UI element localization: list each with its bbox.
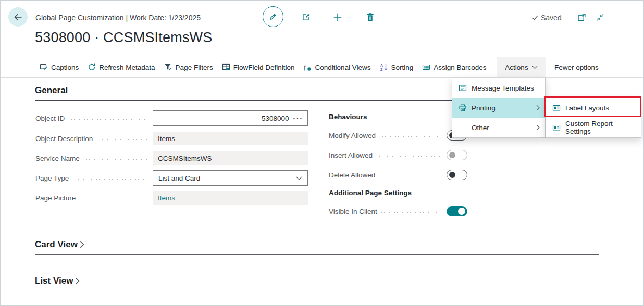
delete-allowed-label: Delete Allowed [329, 171, 375, 179]
toolbar-divider [493, 62, 493, 73]
sort-icon: AZ [380, 63, 388, 71]
object-description-label: Object Description [35, 135, 93, 143]
toggle-knob [449, 152, 455, 158]
svg-text:A: A [380, 63, 383, 67]
barcode-icon [422, 63, 430, 71]
collapse-icon [596, 13, 605, 22]
chevron-right-icon [80, 241, 84, 248]
saved-label: Saved [541, 14, 562, 22]
toolbar-flowfield-definition-button[interactable]: FlowField Definition [222, 63, 295, 71]
share-button[interactable] [301, 12, 311, 22]
dotted-leader [73, 179, 147, 180]
status-badge: Saved [531, 14, 562, 22]
dotted-leader [379, 176, 441, 176]
toolbar-assign-barcodes-button[interactable]: Assign Barcodes [422, 63, 486, 71]
field-object-id: Object ID 5308000 ··· [35, 110, 308, 126]
field-insert-allowed: Insert Allowed [329, 149, 467, 161]
menu-item-message-templates[interactable]: Message Templates [452, 78, 545, 98]
report-icon [552, 104, 561, 112]
new-button[interactable] [333, 12, 342, 22]
fewer-options-button[interactable]: Fewer options [554, 57, 599, 77]
toggle-knob [458, 208, 465, 215]
back-button[interactable] [8, 7, 28, 27]
section-list-view-header[interactable]: List View [35, 276, 80, 286]
breadcrumb: Global Page Customization | Work Date: 1… [35, 14, 201, 22]
checkmark-icon [531, 14, 539, 21]
toolbar-sorting-button[interactable]: AZ Sorting [380, 63, 414, 71]
dotted-leader [377, 156, 441, 157]
section-card-view-header[interactable]: Card View [35, 239, 84, 250]
menu-item-label-layouts[interactable]: Label Layouts [546, 98, 641, 118]
actions-menu-button[interactable]: Actions [497, 57, 546, 77]
chevron-right-icon [75, 277, 80, 285]
menu-item-printing[interactable]: Printing [452, 98, 545, 118]
report-icon [552, 123, 561, 132]
menu-item-custom-report-settings[interactable]: Custom Report Settings [546, 118, 641, 137]
toggle-knob [449, 172, 455, 178]
open-window-icon [577, 13, 587, 22]
service-name-value: CCSMSItemsWS [153, 151, 308, 165]
field-service-name: Service Name CCSMSItemsWS [35, 150, 308, 166]
printer-icon [459, 104, 467, 112]
dotted-leader [84, 159, 147, 160]
field-delete-allowed: Delete Allowed [329, 169, 467, 181]
object-id-input[interactable]: 5308000 ··· [153, 110, 308, 126]
section-list-view-rule [35, 291, 599, 291]
chevron-down-icon [532, 66, 538, 69]
flowfield-icon [222, 63, 230, 71]
field-page-type: Page Type List and Card [35, 170, 308, 186]
collapse-button[interactable] [596, 13, 605, 22]
toolbar-page-filters-button[interactable]: Page Filters [164, 63, 213, 71]
visible-in-client-label: Visible In Client [329, 208, 377, 215]
app-window: Global Page Customization | Work Date: 1… [0, 0, 644, 306]
behaviours-heading: Behaviours [329, 113, 367, 121]
edit-button[interactable] [263, 6, 283, 27]
trash-icon [366, 12, 375, 22]
insert-allowed-toggle [447, 150, 467, 160]
message-templates-icon [459, 84, 467, 92]
additional-page-settings-heading: Additional Page Settings [329, 189, 412, 197]
dotted-leader [97, 139, 147, 140]
plus-icon [333, 12, 342, 22]
field-visible-in-client: Visible In Client [329, 206, 467, 217]
field-object-description: Object Description Items [35, 131, 308, 146]
service-name-label: Service Name [35, 155, 80, 162]
action-bar: Captions Refresh Metadata Page Filters F… [1, 57, 644, 78]
dotted-leader [381, 212, 441, 213]
insert-allowed-label: Insert Allowed [329, 151, 373, 159]
chevron-right-icon [536, 105, 540, 111]
visible-in-client-toggle[interactable] [447, 206, 467, 216]
svg-text:Z: Z [380, 68, 383, 71]
field-modify-allowed: Modify Allowed [329, 130, 467, 141]
object-description-value: Items [153, 132, 308, 145]
object-id-label: Object ID [35, 114, 65, 122]
svg-text:f: f [304, 63, 306, 71]
assist-edit-button[interactable]: ··· [293, 114, 304, 122]
delete-allowed-toggle[interactable] [447, 170, 467, 180]
function-icon: f [303, 63, 312, 71]
pencil-icon [268, 12, 278, 21]
toolbar-refresh-metadata-button[interactable]: Refresh Metadata [88, 63, 155, 71]
delete-button[interactable] [366, 12, 375, 22]
toolbar-conditional-views-button[interactable]: f Conditional Views [303, 63, 370, 71]
printing-submenu: Label Layouts Custom Report Settings [546, 97, 641, 138]
blank-icon [459, 123, 467, 132]
captions-icon [40, 63, 48, 71]
chevron-down-icon [296, 176, 302, 180]
toolbar-captions-button[interactable]: Captions [40, 63, 79, 71]
page-type-select[interactable]: List and Card [153, 170, 308, 186]
dotted-leader [69, 119, 147, 120]
chevron-right-icon [536, 124, 540, 131]
arrow-left-icon [13, 12, 23, 22]
filter-icon [164, 63, 172, 71]
menu-item-other[interactable]: Other [452, 118, 545, 137]
page-title: 5308000 · CCSMSItemsWS [35, 30, 213, 46]
actions-dropdown-menu: Message Templates Printing Other [452, 78, 546, 138]
page-picture-value: Items [153, 191, 308, 205]
open-in-window-button[interactable] [577, 13, 587, 22]
dotted-leader [80, 199, 147, 199]
section-card-view-rule [35, 254, 599, 255]
section-general-header[interactable]: General [35, 85, 68, 96]
field-page-picture: Page Picture Items [35, 190, 308, 206]
modify-allowed-label: Modify Allowed [329, 132, 376, 139]
